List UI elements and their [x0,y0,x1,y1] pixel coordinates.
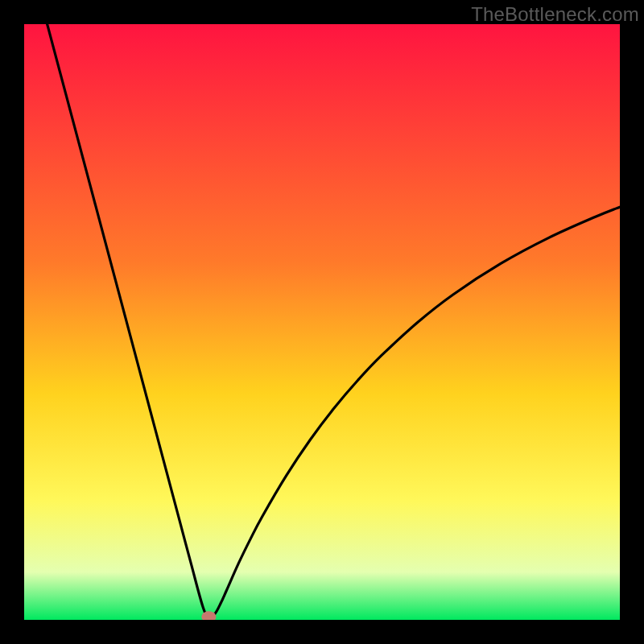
watermark-text: TheBottleneck.com [471,3,639,26]
bottleneck-chart [24,24,620,620]
gradient-background [24,24,620,620]
chart-frame [24,24,620,620]
